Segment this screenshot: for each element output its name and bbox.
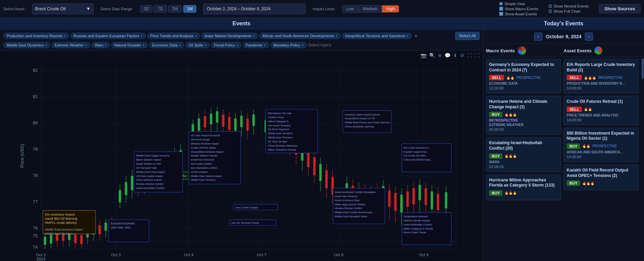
svg-rect-122 — [319, 164, 321, 181]
show-macro-option[interactable]: ✓ Show Macro Events — [499, 7, 538, 11]
svg-text:Israeli Strikes on Iran: Israeli Strikes on Iran — [136, 162, 161, 165]
simple-view-option[interactable]: Simple View — [499, 2, 538, 6]
close-icon[interactable]: × — [253, 34, 255, 38]
event-card-germany[interactable]: Germany's Economy Expected to Contract i… — [486, 59, 561, 93]
svg-text:China Stimulus Measures: China Stimulus Measures — [268, 144, 298, 147]
date-next-button[interactable]: › — [585, 32, 593, 41]
filter-russian[interactable]: Russian and Eastern European Factors × — [70, 33, 146, 39]
event-card-milton[interactable]: Hurricane Milton Approaches Florida as C… — [486, 175, 561, 200]
svg-text:Middle East Tensions: Middle East Tensions — [45, 232, 74, 235]
close-filter-btn[interactable]: × — [415, 33, 417, 39]
show-asset-option[interactable]: ✓ Show Asset Events — [499, 12, 538, 16]
event-category: WARS — [489, 160, 558, 164]
date-btn-2w[interactable]: 2W — [168, 5, 182, 13]
filter-bar: Production and Inventory Reports × Russi… — [0, 30, 483, 51]
asset-select[interactable]: Brent Crude Oil ▼ — [32, 3, 94, 14]
show-sources-button[interactable]: Show Sources — [599, 4, 641, 13]
svg-text:China stimulus impact: China stimulus impact — [136, 178, 162, 181]
filter-fiscal[interactable]: Fiscal Policy × — [211, 42, 241, 48]
event-category: PRICE TRENDS AND ANALYSIS — [567, 113, 635, 117]
svg-rect-160 — [445, 192, 447, 208]
close-icon[interactable]: × — [336, 34, 338, 38]
event-card-crude-retreat[interactable]: Crude Oil Futures Retreat (1) SELL 🔥🔥 PR… — [564, 96, 639, 125]
filter-wars[interactable]: Wars × — [92, 42, 110, 48]
close-icon[interactable]: × — [407, 34, 409, 38]
filter-economic[interactable]: Economic Data × — [149, 42, 184, 48]
filter-natural-disaster[interactable]: Natural Disaster × — [111, 42, 148, 48]
close-icon[interactable]: × — [105, 43, 107, 47]
svg-rect-144 — [394, 193, 397, 211]
svg-rect-98 — [240, 116, 242, 127]
close-icon[interactable]: × — [64, 34, 66, 38]
filter-extreme-weather[interactable]: Extreme Weather × — [52, 42, 90, 48]
svg-text:Middle East Pause and China St: Middle East Pause and China Stimulus — [345, 121, 390, 124]
event-title: Crude Oil Futures Retreat (1) — [567, 99, 635, 105]
close-icon[interactable]: × — [143, 43, 145, 47]
impact-medium[interactable]: Medium — [358, 5, 382, 13]
impact-low[interactable]: Low — [342, 5, 358, 13]
filter-asian[interactable]: Asian Market Developments × — [201, 33, 258, 39]
filter-pandemic[interactable]: Pandemic × — [243, 42, 269, 48]
filter-input[interactable] — [308, 42, 342, 48]
expand-icon[interactable]: ⛶ — [466, 52, 473, 59]
svg-text:Rivers State Threat: Rivers State Threat — [404, 231, 426, 234]
close-icon[interactable]: × — [45, 43, 47, 47]
close-icon[interactable]: × — [179, 43, 181, 47]
event-card-kazakh[interactable]: Kazakh Oil Field Record Output Amid OPEC… — [564, 165, 639, 190]
svg-text:Conflict Fears: Conflict Fears — [268, 116, 284, 119]
close-icon[interactable]: × — [302, 43, 304, 47]
svg-text:USD rises, Fed...: USD rises, Fed... — [110, 226, 132, 229]
show-full-chart-option[interactable]: Show Full Chart — [549, 9, 589, 13]
date-btn-7d[interactable]: 7D — [154, 5, 167, 13]
filter-production[interactable]: Production and Inventory Reports × — [3, 33, 69, 39]
close-icon[interactable]: × — [236, 43, 238, 47]
svg-rect-146 — [400, 195, 403, 212]
show-macro-checkbox: ✓ — [499, 7, 503, 11]
buy-badge: BUY — [567, 143, 580, 149]
event-card-eia[interactable]: EIA Reports Large Crude Inventory Build … — [564, 59, 639, 93]
date-range-input[interactable] — [203, 3, 306, 14]
filter-middle-east[interactable]: Middle East Dynamics × — [3, 42, 50, 48]
selected-date: October 9, 2024 — [546, 34, 581, 39]
fullscreen-icon[interactable]: ⛶ — [474, 52, 480, 59]
settings-icon[interactable]: ⚙ — [459, 52, 465, 59]
filter-geopolitical[interactable]: Geopolitical Tensions and Sanctions × — [342, 33, 412, 39]
show-neutral-option[interactable]: Show Neutral Events — [549, 4, 589, 8]
filter-price[interactable]: Price Trends and Analysis × — [147, 33, 200, 39]
date-btn-1m[interactable]: 1M — [183, 5, 197, 13]
camera-icon[interactable]: 📷 — [420, 52, 427, 59]
filter-african[interactable]: African and South American Developments … — [259, 33, 341, 39]
close-icon[interactable]: × — [264, 43, 266, 47]
svg-text:Iranian Tankers Vacate: Iranian Tankers Vacate — [191, 154, 218, 157]
svg-rect-102 — [252, 114, 255, 126]
scrollbar[interactable] — [641, 57, 644, 261]
event-card-helene[interactable]: Hurricane Helene and Climate Change Impa… — [486, 96, 561, 135]
svg-text:Milton Category 5 Florida: Milton Category 5 Florida — [404, 227, 433, 230]
event-card-hezbollah[interactable]: Escalating Israel-Hezbollah Conflict (20… — [486, 137, 561, 171]
date-prev-button[interactable]: ‹ — [534, 32, 542, 41]
event-badge-row: BUY 🔥🔥🔥 — [489, 153, 558, 159]
close-icon[interactable]: × — [205, 43, 207, 47]
zoom-in-icon[interactable]: 🔍 — [429, 52, 436, 59]
close-icon[interactable]: × — [195, 34, 197, 38]
event-card-nigeria[interactable]: $50 Billion Investment Expected in Niger… — [564, 128, 639, 162]
download-icon[interactable]: ⬇ — [452, 52, 458, 59]
svg-rect-60 — [119, 190, 121, 203]
price-chart: 82 81 80 79 78 77 76 75 74 Price (USD) — [0, 51, 483, 261]
display-options: Show Neutral Events Show Full Chart — [549, 4, 589, 13]
svg-text:Oct 4: Oct 4 — [184, 252, 194, 257]
annotation-icon[interactable]: 💬 — [444, 52, 451, 59]
date-btn-3d[interactable]: 3D — [140, 5, 153, 13]
filter-oil-spills[interactable]: Oil Spills × — [185, 42, 210, 48]
select-all-button[interactable]: Select All — [455, 32, 479, 40]
close-icon[interactable]: × — [141, 34, 143, 38]
crosshair-icon[interactable]: ⊕ — [437, 52, 443, 59]
impact-label: Impact Level: — [313, 7, 335, 11]
select-date-label: Select Date Range: — [101, 7, 133, 11]
svg-text:Iran-Israel Tensions: Iran-Israel Tensions — [268, 124, 291, 127]
events-title: Events — [0, 18, 483, 30]
close-icon[interactable]: × — [85, 43, 87, 47]
filter-monetary[interactable]: Monetary Policy × — [271, 42, 307, 48]
event-badge-row: BUY 🔥🔥🔥 — [489, 112, 558, 117]
impact-high[interactable]: High — [382, 5, 399, 13]
